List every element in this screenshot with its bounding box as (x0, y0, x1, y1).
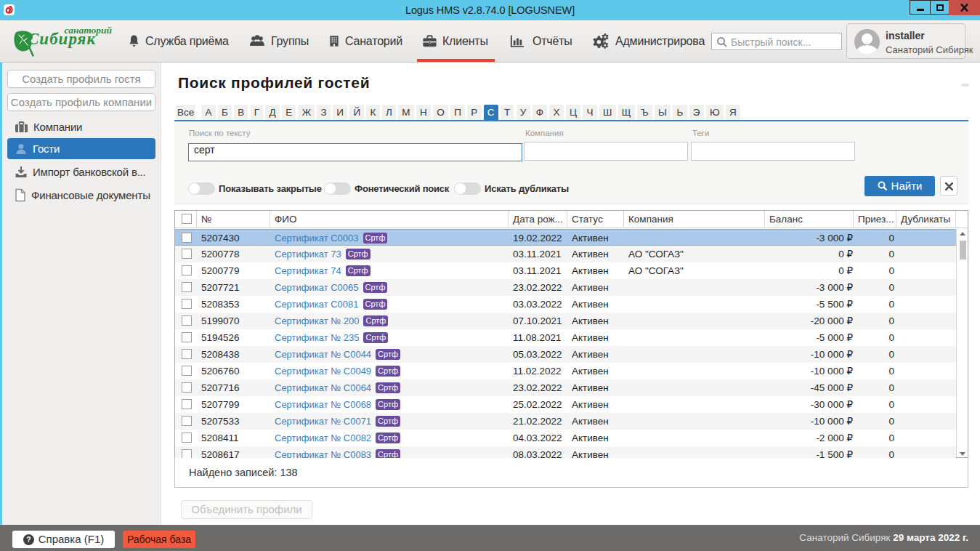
svg-text:?: ? (26, 535, 31, 544)
svg-text:Сибиряк: Сибиряк (28, 30, 96, 48)
